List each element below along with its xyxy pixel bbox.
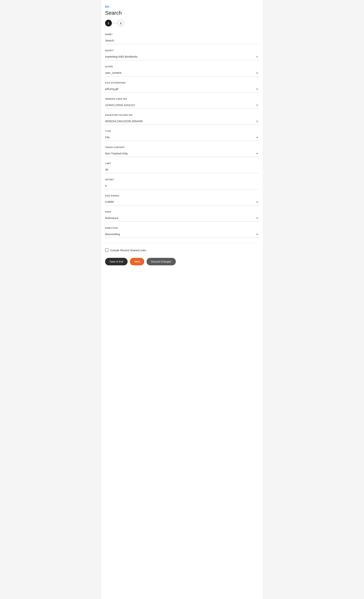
page-title: Search	[105, 10, 259, 16]
step-2: 2	[117, 20, 124, 26]
query-field-section: QUERY* ⊞	[105, 49, 259, 60]
owners-user-ids-field-section: OWNERS USER IDS ⊞	[105, 98, 259, 109]
scope-input-wrapper: ⊞	[105, 69, 259, 76]
direction-label: DIRECTION	[105, 227, 259, 229]
trash-content-select-wrapper: Non Trashed Only Trashed Only All	[105, 150, 259, 157]
size-range-input-wrapper: ⊞	[105, 198, 259, 205]
limit-input[interactable]	[105, 166, 259, 173]
offset-input[interactable]	[105, 182, 259, 189]
sort-label: SORT	[105, 211, 259, 213]
include-shared-links-checkbox[interactable]	[105, 248, 108, 252]
save-exit-button[interactable]: Save & Exit	[105, 258, 128, 265]
button-row: Save & Exit Next Discard Changes	[105, 258, 259, 265]
owners-user-ids-input-wrapper: ⊞	[105, 102, 259, 109]
type-field-section: TYPE File Folder Web Link	[105, 130, 259, 141]
size-range-input[interactable]	[105, 198, 259, 205]
file-extensions-label: FILE EXTENSIONS	[105, 82, 259, 84]
type-select-wrapper: File Folder Web Link	[105, 134, 259, 141]
trash-content-label: TRASH CONTENT	[105, 146, 259, 149]
scope-input[interactable]	[105, 69, 259, 76]
size-range-field-section: SIZE RANGE ⊞	[105, 194, 259, 205]
direction-select[interactable]: Descending Ascending	[105, 231, 259, 238]
trash-content-select[interactable]: Non Trashed Only Trashed Only All	[105, 150, 259, 157]
sort-field-section: SORT Relevance Modified At Created At Na…	[105, 211, 259, 222]
type-label: TYPE	[105, 130, 259, 132]
sort-select[interactable]: Relevance Modified At Created At Name	[105, 214, 259, 222]
next-button[interactable]: Next	[130, 258, 144, 265]
file-extensions-field-section: FILE EXTENSIONS ⊞	[105, 82, 259, 93]
step-line	[112, 23, 117, 23]
stepper: 1 2	[105, 20, 259, 26]
ancestor-folder-ids-input-wrapper: ⊞	[105, 118, 259, 125]
scope-label: SCOPE	[105, 65, 259, 68]
include-shared-links-label: Include Recent Shared Links	[110, 249, 146, 252]
ancestor-folder-ids-field-section: ANCESTOR FOLDER IDS ⊞	[105, 114, 259, 125]
ancestor-folder-ids-input[interactable]	[105, 118, 259, 125]
name-input-wrapper	[105, 37, 259, 44]
owners-user-ids-input[interactable]	[105, 102, 259, 109]
file-extensions-input[interactable]	[105, 85, 259, 93]
type-select[interactable]: File Folder Web Link	[105, 134, 259, 141]
trash-content-field-section: TRASH CONTENT Non Trashed Only Trashed O…	[105, 146, 259, 157]
offset-label: OFFSET	[105, 178, 259, 181]
ancestor-folder-ids-label: ANCESTOR FOLDER IDS	[105, 114, 259, 116]
scope-field-section: SCOPE ⊞	[105, 65, 259, 76]
offset-input-wrapper	[105, 182, 259, 189]
size-range-label: SIZE RANGE	[105, 194, 259, 197]
limit-field-section: LIMIT	[105, 162, 259, 173]
direction-field-section: DIRECTION Descending Ascending	[105, 227, 259, 238]
owners-user-ids-label: OWNERS USER IDS	[105, 98, 259, 100]
query-input[interactable]	[105, 53, 259, 60]
query-label: QUERY*	[105, 49, 259, 52]
discard-changes-button[interactable]: Discard Changes	[147, 258, 176, 265]
file-extensions-input-wrapper: ⊞	[105, 85, 259, 93]
sort-select-wrapper: Relevance Modified At Created At Name	[105, 214, 259, 222]
limit-label: LIMIT	[105, 162, 259, 165]
offset-field-section: OFFSET	[105, 178, 259, 189]
name-label: NAME*	[105, 33, 259, 35]
limit-input-wrapper	[105, 166, 259, 173]
direction-select-wrapper: Descending Ascending	[105, 231, 259, 238]
name-input[interactable]	[105, 37, 259, 44]
step-1: 1	[105, 20, 112, 26]
name-required: *	[112, 33, 113, 35]
breadcrumb[interactable]: Box	[105, 5, 109, 8]
query-required: *	[113, 49, 114, 52]
name-field-section: NAME*	[105, 33, 259, 44]
query-input-wrapper: ⊞	[105, 53, 259, 60]
page-container: Box Search 1 2 NAME* QUERY* ⊞ SCOPE ⊞	[101, 0, 263, 599]
checkbox-row: Include Recent Shared Links	[105, 248, 259, 252]
